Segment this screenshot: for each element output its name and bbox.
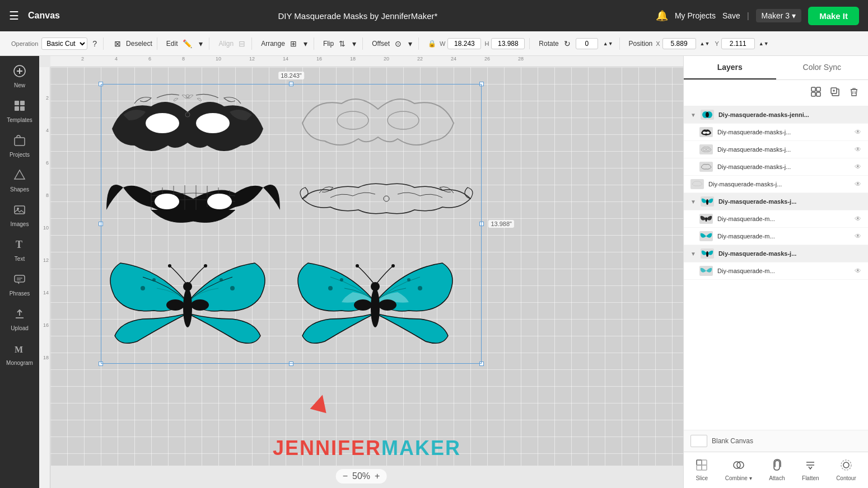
layer-item-3a[interactable]: Diy-masquerade-m... 👁 [684, 210, 868, 228]
help-icon[interactable]: ? [91, 37, 99, 50]
butterfly-mask-right[interactable] [288, 257, 462, 361]
sidebar-item-text[interactable]: T Text [0, 234, 39, 266]
maker-text: MAKER [381, 437, 461, 459]
offset-label: Offset [372, 40, 390, 48]
my-projects-link[interactable]: My Projects [675, 11, 716, 20]
scroll-ornament[interactable] [297, 176, 476, 221]
svg-point-34 [384, 196, 389, 201]
layer-group-1[interactable]: ▼ Diy-masquerade-masks-jenni... [684, 106, 868, 124]
selection-handle-mr[interactable] [479, 222, 484, 226]
sidebar-item-projects[interactable]: Projects [0, 130, 39, 162]
sidebar-item-phrases[interactable]: Phrases [0, 269, 39, 301]
canvas-area[interactable]: 2 4 6 8 10 12 14 16 18 20 22 24 26 28 2 … [39, 56, 683, 488]
layer-item-2[interactable]: Diy-masquerade-masks-j... 👁 [684, 176, 868, 193]
layer-name-1b: Diy-masquerade-masks-j... [717, 146, 850, 153]
hamburger-menu[interactable]: ☰ [9, 9, 19, 22]
slice-button[interactable]: Slice [692, 457, 711, 484]
sidebar-item-new[interactable]: New [0, 60, 39, 93]
edit-icon[interactable]: ✏️ [181, 37, 194, 50]
templates-icon [13, 100, 26, 115]
layer-item-1c[interactable]: Diy-masquerade-masks-j... 👁 [684, 158, 868, 176]
layer-item-1b[interactable]: Diy-masquerade-masks-j... 👁 [684, 141, 868, 158]
zoom-controls: − 50% + [336, 469, 387, 484]
selection-handle-br[interactable] [479, 362, 484, 366]
attach-button[interactable]: Attach [766, 457, 788, 484]
notifications-bell[interactable]: 🔔 [656, 10, 668, 22]
canvas-content[interactable]: 18.243" 13.988" [50, 67, 683, 466]
x-stepper[interactable]: ▲▼ [698, 39, 712, 48]
layer-visibility-4a[interactable]: 👁 [855, 267, 861, 275]
offset-icon[interactable]: ⊙ [393, 37, 403, 50]
layer-visibility-3b[interactable]: 👁 [855, 232, 861, 240]
selection-handle-tr[interactable] [479, 82, 484, 86]
sidebar-item-shapes[interactable]: Shapes [0, 165, 39, 197]
layer-item-1a[interactable]: Diy-masquerade-masks-j... 👁 [684, 124, 868, 141]
y-stepper[interactable]: ▲▼ [757, 39, 771, 48]
attach-label: Attach [769, 475, 785, 481]
rotate-input[interactable]: 0 [576, 38, 598, 49]
arrange-chevron[interactable]: ▾ [302, 37, 309, 50]
duplicate-layers-button[interactable] [828, 85, 842, 101]
delete-layers-button[interactable] [847, 85, 861, 101]
group-layers-button[interactable] [809, 85, 823, 101]
width-input[interactable]: 18.243 [447, 38, 481, 49]
rotate-icon[interactable]: ↻ [562, 37, 572, 50]
selection-handle-tl[interactable] [99, 82, 103, 86]
sidebar-item-monogram[interactable]: M Monogram [0, 338, 39, 370]
decorative-mask[interactable] [106, 90, 269, 157]
align-section: Align ⊟ [214, 37, 252, 50]
zoom-in-button[interactable]: + [375, 471, 380, 481]
winged-mask[interactable] [106, 176, 280, 243]
layer-visibility-1b[interactable]: 👁 [855, 146, 861, 153]
align-icon[interactable]: ⊟ [237, 37, 247, 50]
zoom-out-button[interactable]: − [343, 471, 348, 481]
sidebar-item-images[interactable]: Images [0, 199, 39, 232]
sidebar-item-templates[interactable]: Templates [0, 95, 39, 128]
left-sidebar: New Templates Projects Shapes Images [0, 56, 39, 488]
svg-text:T: T [16, 239, 22, 250]
layer-group-4[interactable]: ▼ Diy-masquerade-masks-j... [684, 245, 868, 262]
svg-point-69 [706, 132, 710, 134]
machine-selector[interactable]: Maker 3 ▾ [756, 9, 802, 22]
make-it-button[interactable]: Make It [808, 7, 859, 25]
rotate-up[interactable]: ▲▼ [601, 39, 615, 48]
edit-chevron[interactable]: ▾ [197, 37, 204, 50]
layer-item-4a[interactable]: Diy-masquerade-m... 👁 [684, 262, 868, 280]
svg-rect-7 [15, 138, 25, 146]
layer-visibility-2[interactable]: 👁 [855, 180, 861, 188]
combine-button[interactable]: Combine ▾ [722, 457, 755, 484]
blank-canvas-label: Blank Canvas [712, 437, 753, 445]
svg-point-67 [706, 112, 709, 118]
simple-mask[interactable] [297, 90, 459, 157]
contour-button[interactable]: Contour [833, 457, 860, 484]
selection-handle-ml[interactable] [99, 222, 103, 226]
flatten-button[interactable]: Flatten [799, 457, 823, 484]
svg-point-19 [196, 113, 230, 133]
layer-visibility-1a[interactable]: 👁 [855, 128, 861, 136]
height-input[interactable]: 13.988 [491, 38, 525, 49]
flip-chevron[interactable]: ▾ [351, 37, 358, 50]
svg-rect-3 [15, 101, 19, 105]
x-input[interactable]: 5.889 [662, 38, 696, 49]
selection-handle-tm[interactable] [289, 82, 293, 86]
tab-colorsync[interactable]: Color Sync [776, 56, 869, 79]
save-button[interactable]: Save [722, 11, 740, 20]
operation-select[interactable]: Basic Cut [41, 37, 87, 50]
sidebar-item-upload[interactable]: Upload [0, 303, 39, 336]
arrange-icon[interactable]: ⊞ [288, 37, 298, 50]
layer-group-3[interactable]: ▼ Diy-masquerade-masks-j... [684, 193, 868, 210]
svg-point-33 [207, 194, 232, 209]
selection-handle-bm[interactable] [289, 362, 293, 366]
y-input[interactable]: 2.111 [721, 38, 755, 49]
layer-thumb-1 [701, 110, 714, 120]
layer-visibility-1c[interactable]: 👁 [855, 163, 861, 171]
layer-visibility-3a[interactable]: 👁 [855, 215, 861, 223]
selection-handle-bl[interactable] [99, 362, 103, 366]
butterfly-mask-left[interactable] [104, 257, 272, 361]
flip-icon[interactable]: ⇅ [337, 37, 347, 50]
layer-item-3b[interactable]: Diy-masquerade-m... 👁 [684, 228, 868, 245]
monogram-icon: M [13, 342, 26, 358]
offset-chevron[interactable]: ▾ [407, 37, 414, 50]
deselect-icon[interactable]: ⊠ [113, 37, 123, 50]
tab-layers[interactable]: Layers [684, 56, 776, 79]
